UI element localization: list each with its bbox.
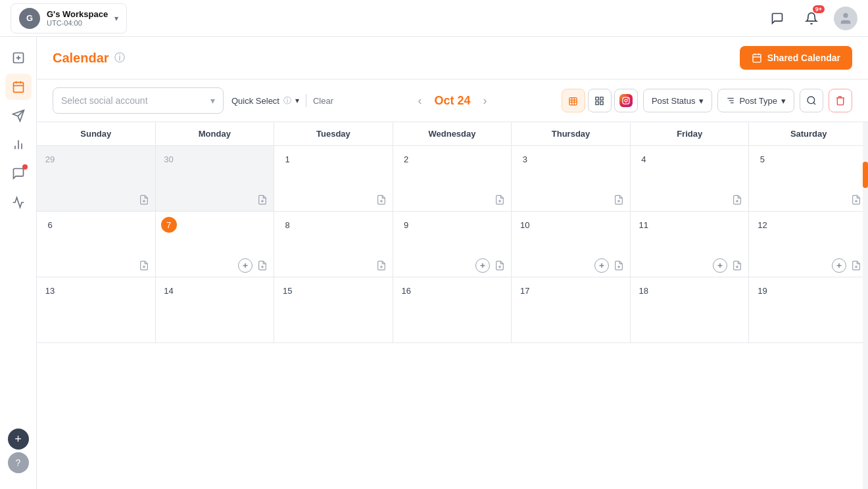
cell-actions [849, 193, 863, 207]
search-button[interactable] [800, 89, 823, 112]
sidebar-help-button[interactable]: ? [8, 452, 29, 473]
instagram-view-button[interactable] [614, 89, 638, 112]
day-number: 3 [517, 151, 533, 167]
top-nav: G G's Workspace UTC-04:00 ▾ 9+ [0, 0, 868, 37]
shared-calendar-button[interactable]: Shared Calendar [740, 46, 852, 70]
calendar: Sunday Monday Tuesday Wednesday Thursday… [37, 122, 868, 409]
cal-cell[interactable]: 16 [393, 277, 512, 343]
day-number: 10 [517, 217, 533, 233]
sidebar-item-reports[interactable] [5, 189, 32, 216]
day-number: 15 [279, 283, 295, 298]
day-number: 17 [517, 283, 533, 298]
cal-cell[interactable]: 12 [749, 212, 868, 277]
new-doc-button[interactable] [255, 258, 270, 273]
quick-select-row: Quick Select ⓘ ▾ Clear [231, 94, 333, 107]
add-post-button[interactable] [594, 258, 609, 273]
grid-view-button[interactable] [588, 89, 612, 112]
cal-cell[interactable]: 5 [749, 146, 868, 212]
cal-cell[interactable]: 1 [274, 146, 393, 212]
day-header-monday: Monday [156, 122, 275, 145]
page-help-icon[interactable]: ⓘ [114, 51, 125, 65]
sidebar-item-send[interactable] [5, 103, 32, 129]
clear-button[interactable]: Clear [313, 96, 333, 106]
post-type-button[interactable]: Post Type ▾ [717, 89, 794, 112]
prev-month-button[interactable]: ‹ [410, 91, 429, 110]
cal-cell[interactable]: 17 [512, 277, 631, 343]
new-doc-button[interactable] [612, 258, 626, 273]
new-doc-button[interactable] [137, 258, 151, 273]
next-month-button[interactable]: › [476, 91, 494, 110]
new-doc-button[interactable] [849, 258, 863, 273]
scrollbar-thumb[interactable] [863, 162, 868, 188]
sidebar-item-analytics[interactable] [5, 131, 32, 158]
sidebar-item-inbox[interactable] [5, 160, 32, 187]
messages-button[interactable] [765, 7, 789, 30]
post-status-chevron: ▾ [699, 96, 704, 106]
notifications-button[interactable]: 9+ [800, 7, 823, 30]
sidebar-item-calendar[interactable] [5, 74, 32, 100]
user-avatar[interactable] [834, 7, 857, 30]
cal-cell[interactable]: 19 [749, 277, 868, 343]
svg-rect-20 [596, 97, 598, 99]
cal-cell[interactable]: 15 [274, 277, 393, 343]
cell-actions [713, 258, 744, 273]
page-title-row: Calendar ⓘ [53, 51, 125, 66]
cell-actions [374, 258, 389, 273]
cal-cell[interactable]: 13 [37, 277, 156, 343]
add-post-button[interactable] [475, 258, 490, 273]
shared-calendar-label: Shared Calendar [767, 53, 840, 63]
new-doc-button[interactable] [612, 193, 626, 207]
toolbar-left: Select social account ▾ Quick Select ⓘ ▾… [53, 87, 333, 114]
cal-cell[interactable]: 2 [393, 146, 512, 212]
cal-cell[interactable]: 18 [631, 277, 750, 343]
day-header-thursday: Thursday [512, 122, 631, 145]
new-doc-button[interactable] [374, 258, 389, 273]
cal-cell[interactable]: 9 [393, 212, 512, 277]
cal-cell[interactable]: 29 [37, 146, 156, 212]
sidebar-add-button[interactable]: + [8, 429, 29, 450]
toolbar-right: Post Status ▾ Post Type ▾ [562, 89, 852, 112]
cal-cell[interactable]: 10 [512, 212, 631, 277]
new-doc-button[interactable] [493, 193, 507, 207]
new-doc-button[interactable] [849, 193, 863, 207]
quick-select-dropdown-icon[interactable]: ▾ [295, 96, 299, 105]
day-header-sunday: Sunday [37, 122, 156, 145]
scrollbar-track[interactable] [863, 122, 868, 489]
day-number: 5 [754, 151, 770, 167]
cal-cell[interactable]: 6 [37, 212, 156, 277]
svg-point-0 [843, 12, 848, 17]
instagram-icon [619, 94, 633, 107]
new-doc-button[interactable] [374, 193, 389, 207]
new-doc-button[interactable] [730, 193, 744, 207]
post-type-chevron: ▾ [781, 96, 786, 106]
day-number: 6 [42, 217, 58, 233]
cal-cell[interactable]: 8 [274, 212, 393, 277]
workspace-selector[interactable]: G G's Workspace UTC-04:00 ▾ [11, 3, 127, 34]
cal-cell[interactable]: 3 [512, 146, 631, 212]
cal-cell[interactable]: 11 [631, 212, 750, 277]
nav-right: 9+ [765, 7, 857, 30]
cal-cell[interactable]: 30 [156, 146, 275, 212]
add-post-button[interactable] [713, 258, 727, 273]
post-status-button[interactable]: Post Status ▾ [643, 89, 712, 112]
new-doc-button[interactable] [137, 193, 151, 207]
day-number: 7 [161, 217, 177, 233]
delete-button[interactable] [829, 89, 852, 112]
new-doc-button[interactable] [493, 258, 507, 273]
cal-cell[interactable]: 4 [631, 146, 750, 212]
svg-rect-11 [753, 55, 761, 62]
sidebar-item-compose[interactable] [5, 45, 32, 71]
divider [306, 94, 306, 107]
add-post-button[interactable] [832, 258, 846, 273]
new-doc-button[interactable] [255, 193, 270, 207]
cal-cell[interactable]: 7 [156, 212, 275, 277]
quick-select-info-icon[interactable]: ⓘ [283, 95, 291, 106]
day-number: 12 [754, 217, 770, 233]
new-doc-button[interactable] [730, 258, 744, 273]
cell-actions [730, 193, 744, 207]
calendar-view-button[interactable] [562, 89, 585, 112]
cal-cell[interactable]: 14 [156, 277, 275, 343]
social-account-select[interactable]: Select social account ▾ [53, 87, 224, 114]
svg-rect-21 [600, 97, 603, 99]
add-post-button[interactable] [238, 258, 253, 273]
